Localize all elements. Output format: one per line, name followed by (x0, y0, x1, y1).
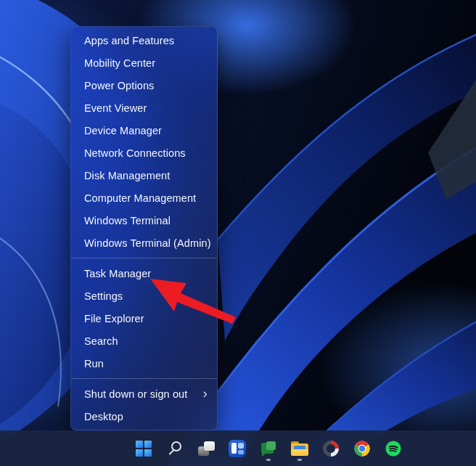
taskbar (0, 430, 476, 466)
menu-item-shut-down-or-sign-out[interactable]: Shut down or sign out › (71, 383, 217, 405)
menu-item-label: File Explorer (84, 313, 208, 324)
ring-browser-icon (322, 440, 340, 457)
windows-start-icon (136, 441, 152, 457)
menu-item-run[interactable]: Run (71, 352, 217, 375)
google-chat-icon (260, 441, 276, 457)
menu-item-desktop[interactable]: Desktop (71, 405, 217, 428)
desktop: Apps and Features Mobility Center Power … (0, 0, 476, 466)
menu-item-label: Settings (84, 290, 208, 302)
file-explorer-icon (290, 441, 309, 457)
menu-item-label: Device Manager (84, 125, 208, 136)
menu-item-label: Network Connections (84, 147, 208, 159)
running-indicator (298, 459, 302, 461)
taskbar-task-view-button[interactable] (192, 434, 221, 463)
menu-item-windows-terminal[interactable]: Windows Terminal (71, 209, 217, 232)
menu-item-event-viewer[interactable]: Event Viewer (71, 97, 217, 119)
menu-item-file-explorer[interactable]: File Explorer (71, 307, 217, 330)
taskbar-widgets-button[interactable] (223, 434, 252, 463)
menu-item-label: Windows Terminal (84, 215, 208, 226)
taskbar-spotify-button[interactable] (379, 434, 408, 463)
menu-item-power-options[interactable]: Power Options (71, 74, 217, 97)
menu-item-label: Disk Management (84, 170, 208, 181)
widgets-icon (229, 440, 246, 457)
menu-item-windows-terminal-admin[interactable]: Windows Terminal (Admin) (71, 232, 217, 254)
menu-item-label: Apps and Features (84, 35, 208, 46)
spotify-icon (385, 440, 402, 457)
menu-item-network-connections[interactable]: Network Connections (71, 142, 217, 164)
winx-context-menu: Apps and Features Mobility Center Power … (70, 26, 218, 430)
taskbar-chrome-button[interactable] (348, 434, 377, 463)
taskbar-chat-button[interactable] (254, 434, 283, 463)
menu-item-label: Shut down or sign out (84, 388, 203, 400)
menu-item-device-manager[interactable]: Device Manager (71, 119, 217, 142)
taskbar-file-explorer-button[interactable] (285, 434, 314, 463)
menu-item-task-manager[interactable]: Task Manager (71, 262, 217, 285)
menu-item-disk-management[interactable]: Disk Management (71, 164, 217, 187)
menu-item-mobility-center[interactable]: Mobility Center (71, 52, 217, 74)
menu-item-search[interactable]: Search (71, 330, 217, 352)
search-icon (167, 441, 183, 457)
menu-item-label: Windows Terminal (Admin) (84, 237, 211, 249)
running-indicator (266, 459, 271, 461)
chevron-right-icon: › (203, 386, 208, 400)
task-view-icon (198, 441, 215, 456)
menu-separator (71, 378, 217, 379)
menu-item-settings[interactable]: Settings (71, 285, 217, 307)
menu-item-label: Run (84, 358, 208, 369)
menu-item-computer-management[interactable]: Computer Management (71, 187, 217, 209)
menu-item-label: Task Manager (84, 268, 208, 279)
taskbar-search-button[interactable] (160, 434, 189, 463)
menu-item-label: Power Options (84, 80, 208, 91)
menu-item-label: Search (84, 335, 208, 347)
menu-item-label: Mobility Center (84, 57, 208, 69)
menu-item-label: Computer Management (84, 192, 208, 204)
taskbar-start-button[interactable] (129, 434, 158, 463)
menu-item-label: Event Viewer (84, 102, 208, 114)
chrome-icon (353, 440, 371, 457)
menu-item-apps-and-features[interactable]: Apps and Features (71, 29, 217, 52)
menu-separator (71, 258, 217, 258)
taskbar-ring-browser-button[interactable] (316, 434, 345, 463)
menu-item-label: Desktop (84, 411, 208, 422)
